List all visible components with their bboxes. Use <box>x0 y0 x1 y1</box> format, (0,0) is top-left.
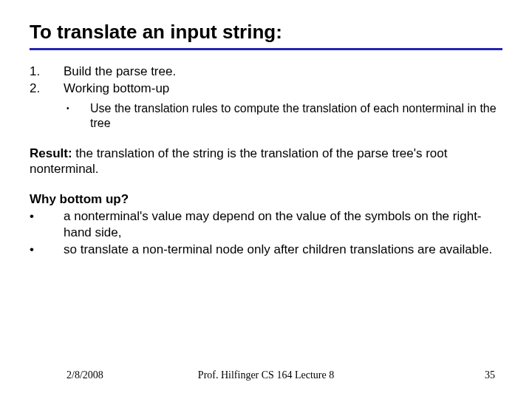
list-text: Build the parse tree. <box>64 64 502 79</box>
sublist-item: • Use the translation rules to compute t… <box>66 101 502 131</box>
title-rule <box>30 48 502 50</box>
sublist-text: Use the translation rules to compute the… <box>90 101 502 131</box>
why-section: Why bottom up? • a nonterminal's value m… <box>30 191 502 257</box>
list-item: • so translate a non-terminal node only … <box>30 242 502 257</box>
slide-footer: 2/8/2008 Prof. Hilfinger CS 164 Lecture … <box>0 369 532 381</box>
result-label: Result: <box>30 146 72 160</box>
list-text: Working bottom-up <box>64 81 502 96</box>
list-text: a nonterminal's value may depend on the … <box>64 208 502 240</box>
slide-title: To translate an input string: <box>30 21 502 44</box>
bullet-icon: • <box>66 101 90 131</box>
slide: To translate an input string: 1. Build t… <box>0 0 532 399</box>
slide-body: 1. Build the parse tree. 2. Working bott… <box>30 64 502 257</box>
list-number: 1. <box>30 64 64 79</box>
why-label: Why bottom up? <box>30 192 129 206</box>
footer-center: Prof. Hilfinger CS 164 Lecture 8 <box>198 369 334 381</box>
bullet-icon: • <box>30 208 64 240</box>
result-paragraph: Result: the translation of the string is… <box>30 146 502 177</box>
list-item: 2. Working bottom-up <box>30 81 502 96</box>
bullet-icon: • <box>30 242 64 257</box>
result-text: the translation of the string is the tra… <box>30 146 447 176</box>
list-item: • a nonterminal's value may depend on th… <box>30 208 502 240</box>
list-item: 1. Build the parse tree. <box>30 64 502 79</box>
footer-page-number: 35 <box>485 369 495 381</box>
list-text: so translate a non-terminal node only af… <box>64 242 502 257</box>
list-number: 2. <box>30 81 64 96</box>
footer-date: 2/8/2008 <box>66 369 103 381</box>
